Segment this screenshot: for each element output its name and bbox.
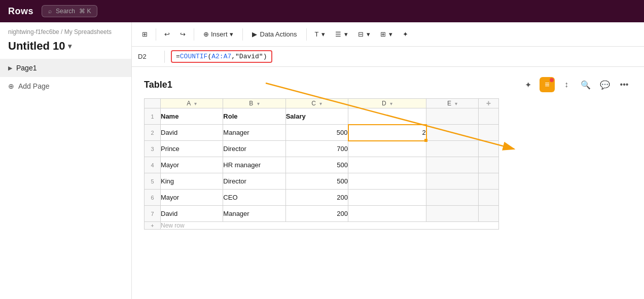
data-actions-button[interactable]: ▶ Data Actions [247,28,302,41]
layout-icon: ⊞ [142,30,148,38]
cell-c5[interactable]: 500 [285,173,348,190]
cell-a5[interactable]: King [161,173,223,190]
cell-a6[interactable]: Mayor [161,190,223,206]
page-expand-arrow-icon: ▶ [8,65,12,71]
cell-d4[interactable] [348,157,426,173]
content-area: ⊞ ↩ ↪ ⊕ Insert ▾ ▶ Data Actions T [132,22,644,299]
cell-d2[interactable]: 2 [348,125,426,141]
grid-container: A ▾ B ▾ C ▾ D [144,98,632,230]
cell-add2 [479,125,499,141]
insert-button[interactable]: ⊕ Insert ▾ [198,28,238,41]
page-label: Page1 [16,64,37,72]
cell-add3 [479,141,499,157]
search-icon: ⌕ [48,8,52,15]
cell-b5[interactable]: Director [223,173,285,190]
text-format-button[interactable]: T ▾ [311,28,330,41]
cell-c3[interactable]: 700 [285,141,348,157]
sidebar-item-page1[interactable]: ▶ Page1 [0,59,131,77]
cell-e3[interactable] [426,141,479,157]
table-row: 6 Mayor CEO 200 [145,190,499,206]
cell-b4[interactable]: HR manager [223,157,285,173]
top-navigation-bar: Rows ⌕ Search ⌘ K [0,0,644,22]
cell-e5[interactable] [426,173,479,190]
cell-add6 [479,190,499,206]
cell-b1[interactable]: Role [223,108,285,125]
merge-button[interactable]: ⊞ ▾ [376,28,397,41]
filter-button[interactable]: ≡ [540,77,555,92]
cell-a1[interactable]: Name [161,108,223,125]
table-row: 3 Prince Director 700 [145,141,499,157]
cell-d3[interactable] [348,141,426,157]
breadcrumb: nightwing-f1fec6be / My Spreadsheets [0,22,131,38]
sparkle-button[interactable]: ✦ [520,77,535,92]
separator4 [306,28,307,41]
formula-bar: D2 =COUNTIF(A2:A7,"David") [132,47,644,67]
cell-e4[interactable] [426,157,479,173]
corner-header [145,99,161,108]
cell-b6[interactable]: CEO [223,190,285,206]
play-icon: ▶ [252,30,257,38]
cell-a7[interactable]: David [161,206,223,222]
cell-a4[interactable]: Mayor [161,157,223,173]
redo-button[interactable]: ↪ [176,28,190,41]
cell-c1[interactable]: Salary [285,108,348,125]
col-header-e[interactable]: E ▾ [426,99,479,108]
formula-equals: = [176,53,180,60]
sort-button[interactable]: ↕ [559,77,574,92]
add-column-button[interactable]: + [479,99,499,108]
new-row-label[interactable]: New row [161,222,499,230]
data-actions-label: Data Actions [260,30,297,38]
layout-toggle-button[interactable]: ⊞ [138,28,152,41]
cell-d7[interactable] [348,206,426,222]
insert-plus-icon: ⊕ [203,30,209,38]
cell-c2[interactable]: 500 [285,125,348,141]
more-options-button[interactable]: ••• [617,77,632,92]
cell-b7[interactable]: Manager [223,206,285,222]
cell-b2[interactable]: Manager [223,125,285,141]
table-row: 5 King Director 500 [145,173,499,190]
col-header-b[interactable]: B ▾ [223,99,285,108]
undo-button[interactable]: ↩ [160,28,174,41]
row-6-num: 6 [145,190,161,206]
merge-chevron-icon: ▾ [389,30,392,38]
align-button[interactable]: ☰ ▾ [331,28,352,41]
add-page-button[interactable]: ⊕ Add Page [0,77,131,95]
cell-a2[interactable]: David [161,125,223,141]
cell-e6[interactable] [426,190,479,206]
cell-d6[interactable] [348,190,426,206]
cell-d1[interactable] [348,108,426,125]
spreadsheet-table: A ▾ B ▾ C ▾ D [144,98,499,230]
table-format-button[interactable]: ⊟ ▾ [354,28,374,41]
formula-input[interactable]: =COUNTIF(A2:A7,"David") [171,50,272,63]
insert-label: Insert [211,30,228,38]
filter-badge [550,78,554,82]
insert-chevron-icon: ▾ [230,30,233,38]
sheet-area: Table1 ✦ ≡ ↕ 🔍 💬 ••• [132,67,644,299]
cell-e1[interactable] [426,108,479,125]
formula-divider [164,51,165,63]
formula-range: A2:A7 [211,53,231,60]
cell-d5[interactable] [348,173,426,190]
clear-button[interactable]: ✦ [399,28,412,41]
cell-e7[interactable] [426,206,479,222]
cell-e2[interactable] [426,125,479,141]
cell-add1 [479,108,499,125]
search-table-button[interactable]: 🔍 [578,77,593,92]
new-row-button[interactable]: + New row [145,222,499,230]
document-title[interactable]: Untitled 10 ▾ [0,38,131,59]
cell-c6[interactable]: 200 [285,190,348,206]
cell-c4[interactable]: 500 [285,157,348,173]
table-row: 2 David Manager 500 2 [145,125,499,141]
app-logo: Rows [8,6,33,17]
search-label: Search [56,8,75,15]
comment-button[interactable]: 💬 [597,77,613,92]
col-header-d[interactable]: D ▾ [348,99,426,108]
cell-b3[interactable]: Director [223,141,285,157]
cell-c7[interactable]: 200 [285,206,348,222]
col-header-c[interactable]: C ▾ [285,99,348,108]
col-header-a[interactable]: A ▾ [161,99,223,108]
cell-a3[interactable]: Prince [161,141,223,157]
table-header-row: Table1 ✦ ≡ ↕ 🔍 💬 ••• [144,77,632,92]
row-4-num: 4 [145,157,161,173]
search-bar[interactable]: ⌕ Search ⌘ K [42,5,97,17]
